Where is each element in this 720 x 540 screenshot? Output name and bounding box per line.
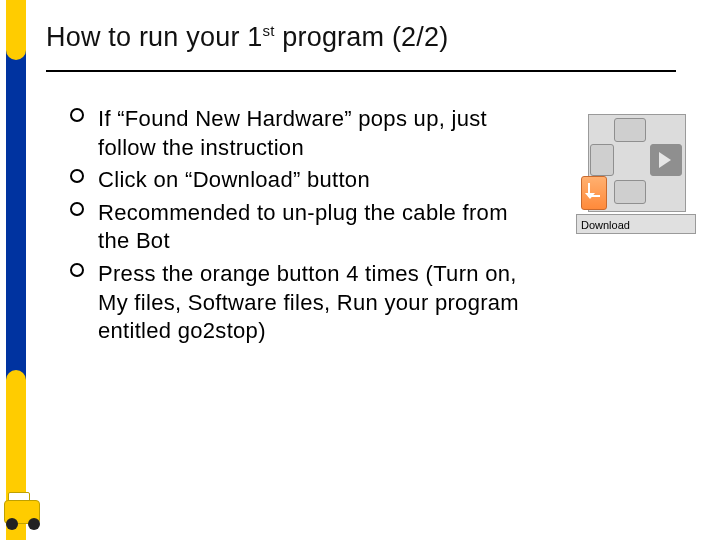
title-text-1: How to run your 1 [46, 22, 263, 52]
bullet-item: Press the orange button 4 times (Turn on… [70, 260, 520, 346]
bullet-text: Press the orange button 4 times (Turn on… [98, 261, 519, 343]
bullet-text: Recommended to un-plug the cable from th… [98, 200, 508, 254]
pad-play-button[interactable] [650, 144, 682, 176]
bullet-list: If “Found New Hardware” pops up, just fo… [70, 105, 520, 350]
download-arrow-icon [588, 183, 600, 197]
bullet-marker-icon [70, 108, 84, 122]
bullet-item: If “Found New Hardware” pops up, just fo… [70, 105, 520, 162]
title-underline [46, 70, 676, 72]
bullet-text: Click on “Download” button [98, 167, 370, 192]
title-text-2: program (2/2) [275, 22, 449, 52]
download-pad-clip: Download [576, 110, 696, 260]
left-stripe [6, 0, 26, 540]
download-label: Download [576, 214, 696, 234]
download-button[interactable] [581, 176, 607, 210]
pad-left-button[interactable] [590, 144, 614, 176]
robot-icon [0, 490, 54, 534]
bullet-text: If “Found New Hardware” pops up, just fo… [98, 106, 487, 160]
robot-wheel-icon [28, 518, 40, 530]
slide: How to run your 1st program (2/2) If “Fo… [0, 0, 720, 540]
pad-down-button[interactable] [614, 180, 646, 204]
pad-up-button[interactable] [614, 118, 646, 142]
slide-title: How to run your 1st program (2/2) [46, 22, 448, 53]
title-ordinal: st [263, 22, 275, 39]
bullet-item: Click on “Download” button [70, 166, 520, 195]
bullet-marker-icon [70, 202, 84, 216]
bullet-marker-icon [70, 263, 84, 277]
stripe-top-accent [6, 0, 26, 60]
bullet-marker-icon [70, 169, 84, 183]
robot-wheel-icon [6, 518, 18, 530]
bullet-item: Recommended to un-plug the cable from th… [70, 199, 520, 256]
